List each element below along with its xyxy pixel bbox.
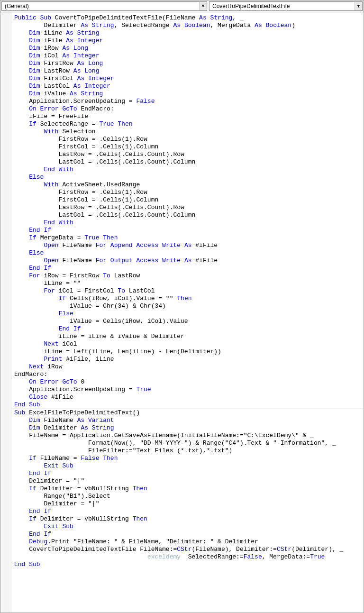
code-line[interactable]: iLine = "" <box>14 280 361 287</box>
code-line[interactable]: Dim FileName As Variant <box>14 417 361 424</box>
code-line[interactable]: Next iRow <box>14 363 361 371</box>
code-line[interactable]: Dim LastRow As Long <box>14 67 361 75</box>
code-line[interactable]: Dim iCol As Integer <box>14 52 361 60</box>
code-line[interactable]: End If <box>14 508 361 515</box>
code-line[interactable]: Application.ScreenUpdating = True <box>14 386 361 393</box>
code-line[interactable]: End If <box>14 227 361 234</box>
code-line[interactable]: Open FileName For Output Access Write As… <box>14 257 361 265</box>
code-line[interactable]: LastRow = .Cells(.Cells.Count).Row <box>14 204 361 211</box>
code-line[interactable]: Else <box>14 249 361 257</box>
object-dropdown-value: (General) <box>5 3 29 9</box>
code-line[interactable]: iValue = Chr(34) & Chr(34) <box>14 302 361 310</box>
code-line[interactable]: LastCol = .Cells(.Cells.Count).Column <box>14 211 361 219</box>
code-line[interactable]: End If <box>14 531 361 538</box>
code-line[interactable]: Dim Delimiter As String <box>14 424 361 432</box>
code-line[interactable]: Range("B1").Select <box>14 493 361 500</box>
code-line[interactable]: Application.ScreenUpdating = False <box>14 98 361 105</box>
code-line[interactable]: Delimiter As String, SelectedRange As Bo… <box>14 22 361 29</box>
code-line[interactable]: If Delimiter = vbNullString Then <box>14 485 361 493</box>
code-line[interactable]: LastRow = .Cells(.Cells.Count).Row <box>14 151 361 158</box>
code-line[interactable]: With ActiveSheet.UsedRange <box>14 181 361 189</box>
code-line[interactable]: Debug.Print "FileName: " & FileName, "De… <box>14 538 361 546</box>
code-line[interactable]: CovertToPipeDelimitedTextFile FileName:=… <box>14 546 361 553</box>
code-line[interactable]: End With <box>14 219 361 227</box>
code-line[interactable]: Dim iValue As String <box>14 90 361 98</box>
code-line[interactable]: LastCol = .Cells(.Cells.Count).Column <box>14 158 361 166</box>
code-line[interactable]: Print #iFile, iLine <box>14 356 361 363</box>
code-line[interactable]: If FileName = False Then <box>14 455 361 462</box>
code-line[interactable]: iLine = Left(iLine, Len(iLine) - Len(Del… <box>14 348 361 356</box>
code-line[interactable]: Dim iFile As Integer <box>14 37 361 45</box>
code-line[interactable]: Public Sub CovertToPipeDelimitedTextFile… <box>14 14 361 22</box>
code-line[interactable]: iValue = Cells(iRow, iCol).Value <box>14 318 361 325</box>
code-line[interactable]: End If <box>14 470 361 477</box>
code-line[interactable]: Format(Now(), "DD-MM-YYYY-") & Range("C4… <box>14 439 361 447</box>
code-line[interactable]: EndMacro: <box>14 371 361 378</box>
code-line[interactable]: Dim iLine As String <box>14 29 361 37</box>
code-line[interactable]: Sub ExcelFileToPipeDelimitedText() <box>14 409 361 417</box>
code-line[interactable]: If MergeData = True Then <box>14 234 361 242</box>
code-line[interactable]: Close #iFile <box>14 393 361 401</box>
code-line[interactable]: End If <box>14 325 361 333</box>
code-line[interactable]: End If <box>14 265 361 272</box>
code-area[interactable]: Public Sub CovertToPipeDelimitedTextFile… <box>0 12 364 613</box>
object-dropdown[interactable]: (General) ▼ <box>1 1 207 11</box>
chevron-down-icon: ▼ <box>199 2 207 10</box>
code-line[interactable]: If Delimiter = vbNullString Then <box>14 515 361 523</box>
code-line[interactable]: FileFilter:="Text Files (*.txt),*.txt") <box>14 447 361 455</box>
code-line[interactable]: Exit Sub <box>14 462 361 470</box>
code-line[interactable]: FirstRow = .Cells(1).Row <box>14 136 361 143</box>
code-line[interactable]: With Selection <box>14 128 361 136</box>
code-line[interactable]: On Error GoTo 0 <box>14 378 361 386</box>
code-line[interactable]: Open FileName For Append Access Write As… <box>14 242 361 249</box>
code-line[interactable]: FirstCol = .Cells(1).Column <box>14 196 361 204</box>
code-line[interactable]: FirstCol = .Cells(1).Column <box>14 143 361 151</box>
code-line[interactable]: Delimiter = "|" <box>14 477 361 485</box>
code-line[interactable]: Next iCol <box>14 340 361 348</box>
code-line[interactable]: End Sub <box>14 401 361 409</box>
code-line[interactable]: If Cells(iRow, iCol).Value = "" Then <box>14 295 361 302</box>
code-line[interactable]: Delimiter = "|" <box>14 500 361 508</box>
code-line[interactable]: Else <box>14 174 361 181</box>
code-line[interactable]: Dim FirstRow As Long <box>14 60 361 67</box>
code-line[interactable]: Dim LastCol As Integer <box>14 82 361 90</box>
code-pane[interactable]: Public Sub CovertToPipeDelimitedTextFile… <box>11 12 364 613</box>
code-line[interactable]: End Sub <box>14 561 361 568</box>
code-line[interactable]: For iCol = FirstCol To LastCol <box>14 287 361 295</box>
chevron-down-icon: ▼ <box>355 2 362 10</box>
code-line[interactable]: Exit Sub <box>14 523 361 531</box>
code-line[interactable]: Else <box>14 310 361 318</box>
code-line[interactable]: For iRow = FirstRow To LastRow <box>14 272 361 280</box>
code-line[interactable]: FirstRow = .Cells(1).Row <box>14 189 361 196</box>
procedure-dropdown[interactable]: CovertToPipeDelimitedTextFile ▼ <box>209 1 363 11</box>
code-line[interactable]: If SelectedRange = True Then <box>14 120 361 128</box>
code-line[interactable]: iLine = iLine & iValue & Delimiter <box>14 333 361 340</box>
code-line[interactable]: iFile = FreeFile <box>14 113 361 120</box>
code-line[interactable]: End With <box>14 166 361 174</box>
gutter <box>0 12 11 613</box>
code-line[interactable]: On Error GoTo EndMacro: <box>14 105 361 113</box>
code-line[interactable]: exceldemy SelectedRange:=False, MergeDat… <box>14 553 361 561</box>
code-line[interactable]: Dim FirstCol As Integer <box>14 75 361 82</box>
code-line[interactable]: FileName = Application.GetSaveAsFilename… <box>14 432 361 439</box>
code-line[interactable]: Dim iRow As Long <box>14 45 361 52</box>
procedure-dropdown-value: CovertToPipeDelimitedTextFile <box>212 3 290 9</box>
toolbar: (General) ▼ CovertToPipeDelimitedTextFil… <box>0 0 364 12</box>
vba-editor-window: (General) ▼ CovertToPipeDelimitedTextFil… <box>0 0 364 613</box>
